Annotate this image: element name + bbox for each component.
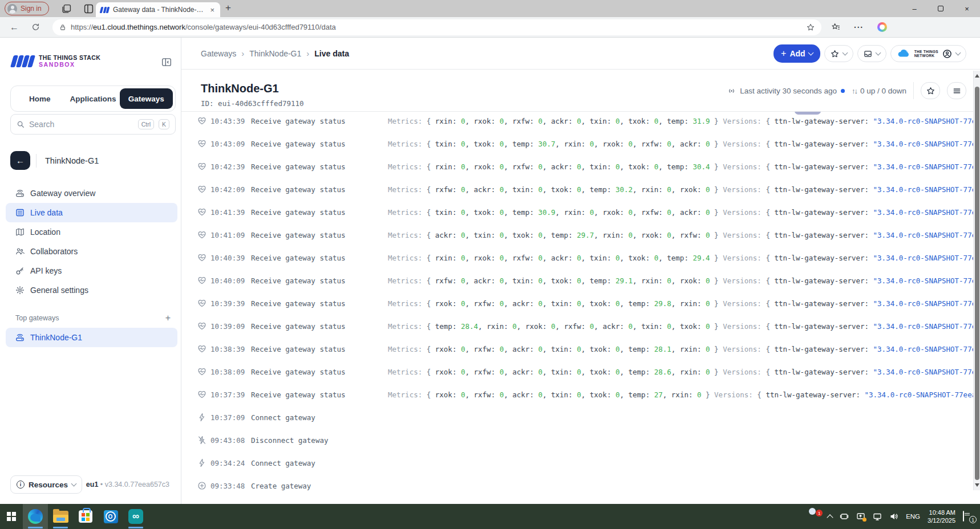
- account-menu-button[interactable]: THE THINGSNETWORK: [890, 45, 966, 62]
- onedrive-icon[interactable]: 1: [805, 511, 820, 522]
- windows-icon: [7, 512, 16, 521]
- live-data-icon: [15, 208, 25, 217]
- resources-button[interactable]: i Resources: [10, 475, 82, 494]
- clock[interactable]: 10:48 AM 3/12/2025: [928, 508, 955, 524]
- add-gateway-icon[interactable]: +: [165, 313, 171, 323]
- event-row[interactable]: 10:41:39 Receive gateway status Metrics:…: [181, 201, 980, 223]
- scroll-down-icon[interactable]: [975, 483, 979, 487]
- taskbar-arduino[interactable]: ∞: [123, 504, 148, 529]
- event-time: 10:39:39: [210, 299, 251, 308]
- event-row[interactable]: 10:42:39 Receive gateway status Metrics:…: [181, 155, 980, 178]
- event-row[interactable]: 10:40:09 Receive gateway status Metrics:…: [181, 269, 980, 292]
- screen-clip-icon[interactable]: [840, 512, 849, 521]
- more-menu-button[interactable]: [947, 82, 966, 99]
- breadcrumb-live-data: Live data: [314, 49, 349, 58]
- window-close-button[interactable]: ×: [954, 0, 980, 17]
- event-preview: Metrics: { rxin: 0, rxok: 0, rxfw: 0, ac…: [388, 117, 980, 125]
- taskbar-store[interactable]: [73, 504, 98, 529]
- event-row[interactable]: 10:37:39 Receive gateway status Metrics:…: [181, 383, 980, 406]
- sidebar-item-location[interactable]: Location: [6, 222, 177, 242]
- language-indicator[interactable]: ENG: [906, 513, 920, 520]
- taskbar-edge[interactable]: [23, 504, 48, 529]
- event-preview: Metrics: { rxok: 0, rxfw: 0, ackr: 0, tx…: [388, 368, 980, 376]
- page-header: ThinkNode-G1 ID: eui-40d63cfffed79110 La…: [181, 70, 980, 112]
- event-row[interactable]: 10:43:09 Receive gateway status Metrics:…: [181, 132, 980, 155]
- sidebar-item-general-settings[interactable]: General settings: [6, 280, 177, 300]
- new-tab-button[interactable]: +: [225, 2, 231, 14]
- sync-status-icon[interactable]: [856, 512, 865, 521]
- back-to-gateways-button[interactable]: ←: [10, 151, 30, 170]
- sidebar-collapse-icon[interactable]: [161, 57, 172, 67]
- event-row[interactable]: 10:37:09 Connect gateway: [181, 406, 980, 429]
- gateway-icon: [15, 189, 25, 198]
- sidebar: THE THINGS STACK SANDBOX Home Applicatio…: [0, 38, 181, 504]
- add-button[interactable]: + Add: [774, 44, 820, 63]
- event-icon: [197, 230, 206, 239]
- breadcrumb-gateways[interactable]: Gateways: [201, 49, 236, 58]
- sidebar-item-label: Gateway overview: [30, 189, 95, 198]
- event-row[interactable]: 10:39:39 Receive gateway status Metrics:…: [181, 292, 980, 315]
- back-button[interactable]: ←: [10, 22, 19, 32]
- event-row[interactable]: 09:43:08 Disconnect gateway: [181, 429, 980, 451]
- breadcrumb-entity[interactable]: ThinkNode-G1: [249, 49, 301, 58]
- window-restore-button[interactable]: [928, 0, 954, 17]
- vertical-scrollbar[interactable]: [973, 71, 980, 490]
- chevron-down-icon: [875, 50, 881, 56]
- taskbar-outlook[interactable]: [98, 504, 123, 529]
- event-name: Receive gateway status: [251, 276, 388, 285]
- sidebar-item-api-keys[interactable]: API keys: [6, 261, 177, 280]
- event-row[interactable]: 10:38:09 Receive gateway status Metrics:…: [181, 360, 980, 383]
- event-preview: Metrics: { rxin: 0, rxok: 0, rxfw: 0, ac…: [388, 254, 980, 262]
- event-name: Receive gateway status: [251, 299, 388, 308]
- copilot-icon[interactable]: [877, 22, 887, 32]
- event-row[interactable]: 09:34:24 Connect gateway: [181, 451, 980, 474]
- vertical-scroll-thumb[interactable]: [975, 87, 979, 480]
- edge-icon: [28, 509, 43, 524]
- event-row[interactable]: 10:40:39 Receive gateway status Metrics:…: [181, 246, 980, 269]
- top-gateway-item[interactable]: ThinkNode-G1: [6, 328, 177, 347]
- starred-dropdown-button[interactable]: [824, 45, 853, 62]
- event-row[interactable]: 10:43:39 Receive gateway status Metrics:…: [181, 112, 980, 132]
- start-button[interactable]: [0, 504, 23, 529]
- event-name: Receive gateway status: [251, 208, 388, 217]
- tab-close-icon[interactable]: ×: [209, 6, 216, 14]
- network-icon[interactable]: [873, 512, 882, 521]
- workspaces-icon[interactable]: [62, 4, 71, 14]
- tab-layout-icon[interactable]: [84, 4, 94, 14]
- favorites-bar-icon[interactable]: [832, 23, 840, 31]
- event-row[interactable]: 10:39:09 Receive gateway status Metrics:…: [181, 315, 980, 337]
- hamburger-icon: [953, 87, 961, 95]
- volume-icon[interactable]: [889, 512, 898, 521]
- tab-home[interactable]: Home: [13, 88, 66, 109]
- taskbar-file-explorer[interactable]: [48, 504, 73, 529]
- notifications-dropdown-button[interactable]: [857, 45, 886, 62]
- tray-expand-icon[interactable]: [827, 514, 833, 520]
- tts-logo[interactable]: THE THINGS STACK SANDBOX: [12, 54, 100, 68]
- tab-applications[interactable]: Applications: [66, 88, 119, 109]
- search-input[interactable]: Search Ctrl K: [10, 114, 176, 135]
- browser-profile-button[interactable]: Sign in: [5, 2, 49, 15]
- notification-center-button[interactable]: 1: [963, 511, 974, 522]
- tab-gateways[interactable]: Gateways: [120, 88, 173, 109]
- refresh-button[interactable]: [31, 23, 40, 31]
- scroll-up-icon[interactable]: [975, 74, 979, 78]
- event-row[interactable]: 09:33:48 Create gateway: [181, 474, 980, 497]
- sidebar-item-collaborators[interactable]: Collaborators: [6, 242, 177, 261]
- event-row[interactable]: 10:38:39 Receive gateway status Metrics:…: [181, 337, 980, 360]
- updown-counter: ↑↓ 0 up / 0 down: [852, 87, 906, 95]
- browser-tab[interactable]: Gateway data - ThinkNode-G1 - T ×: [96, 2, 220, 17]
- event-name: Receive gateway status: [251, 390, 388, 399]
- entity-name: ThinkNode-G1: [45, 156, 99, 165]
- favorite-star-icon[interactable]: [807, 23, 815, 31]
- main-content: Gateways › ThinkNode-G1 › Live data + Ad…: [181, 38, 980, 504]
- browser-menu-icon[interactable]: ···: [854, 23, 864, 32]
- address-bar[interactable]: https://eu1.cloud.thethings.network/cons…: [52, 19, 821, 35]
- window-minimize-button[interactable]: –: [901, 0, 928, 17]
- bookmark-gateway-button[interactable]: [921, 82, 940, 99]
- event-time: 10:40:39: [210, 254, 251, 262]
- sidebar-item-gateway-overview[interactable]: Gateway overview: [6, 184, 177, 203]
- event-row[interactable]: 10:42:09 Receive gateway status Metrics:…: [181, 178, 980, 201]
- sidebar-item-live-data[interactable]: Live data: [6, 203, 177, 222]
- event-icon: [197, 253, 206, 262]
- event-row[interactable]: 10:41:09 Receive gateway status Metrics:…: [181, 223, 980, 246]
